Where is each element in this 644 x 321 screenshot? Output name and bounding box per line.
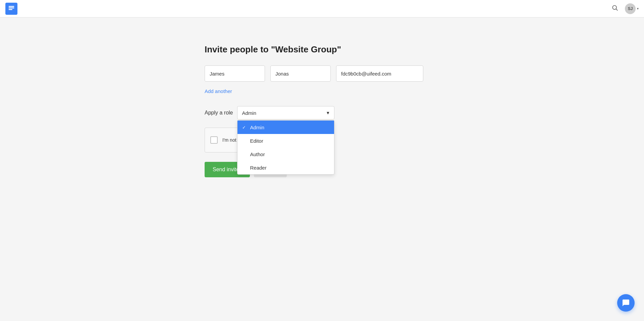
role-dropdown-menu: ✓ Admin Editor Author Reader xyxy=(237,120,334,175)
first-name-input[interactable] xyxy=(205,65,265,82)
svg-rect-2 xyxy=(9,9,12,10)
topbar: SJ ▾ xyxy=(0,0,644,17)
recaptcha-checkbox[interactable] xyxy=(210,136,218,144)
check-icon: ✓ xyxy=(242,125,248,130)
role-select-wrapper: Admin ▾ ✓ Admin Editor Author xyxy=(237,106,334,120)
topbar-left xyxy=(5,3,17,15)
user-menu-button[interactable]: SJ ▾ xyxy=(625,3,639,14)
main-content: Invite people to "Website Group" Add ano… xyxy=(0,17,644,204)
chevron-down-icon: ▾ xyxy=(637,7,639,10)
add-another-link[interactable]: Add another xyxy=(205,88,232,94)
role-option-reader[interactable]: Reader xyxy=(237,161,334,174)
role-select-button[interactable]: Admin ▾ xyxy=(237,106,334,120)
avatar: SJ xyxy=(625,3,636,14)
invite-person-row xyxy=(205,65,439,82)
last-name-input[interactable] xyxy=(270,65,331,82)
role-option-label: Author xyxy=(250,151,265,157)
svg-point-3 xyxy=(612,5,616,9)
role-option-author[interactable]: Author xyxy=(237,147,334,161)
svg-line-4 xyxy=(616,9,618,11)
role-label: Apply a role xyxy=(205,110,233,116)
email-input[interactable] xyxy=(336,65,423,82)
search-button[interactable] xyxy=(610,3,620,14)
chat-fab-button[interactable] xyxy=(617,294,635,312)
invite-form: Invite people to "Website Group" Add ano… xyxy=(205,44,439,177)
role-option-label: Editor xyxy=(250,138,263,144)
app-logo xyxy=(5,3,17,15)
role-option-editor[interactable]: Editor xyxy=(237,134,334,147)
svg-rect-0 xyxy=(9,6,14,7)
svg-rect-1 xyxy=(9,7,14,8)
page-title: Invite people to "Website Group" xyxy=(205,44,439,55)
role-row: Apply a role Admin ▾ ✓ Admin Editor xyxy=(205,106,439,120)
role-option-label: Reader xyxy=(250,165,267,171)
role-option-admin[interactable]: ✓ Admin xyxy=(237,121,334,134)
role-option-label: Admin xyxy=(250,125,265,130)
role-selected-value: Admin xyxy=(242,110,257,116)
select-chevron-icon: ▾ xyxy=(327,110,329,116)
topbar-right: SJ ▾ xyxy=(610,3,639,14)
